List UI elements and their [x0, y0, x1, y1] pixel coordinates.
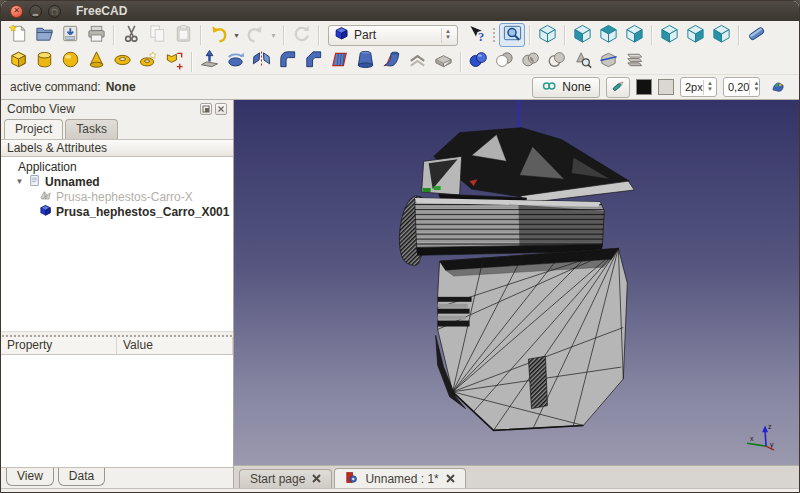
combo-view-title: Combo View: [7, 102, 75, 116]
titlebar[interactable]: ✕ ▂ ▢ FreeCAD: [1, 1, 799, 21]
refresh-icon: [291, 23, 312, 48]
revolve-button[interactable]: [222, 50, 248, 74]
redo-button[interactable]: [242, 23, 268, 47]
axis-x-label: x: [750, 435, 754, 442]
line-color-swatch[interactable]: [636, 79, 652, 95]
fillet-button[interactable]: [274, 50, 300, 74]
boolean-cut-button[interactable]: [491, 50, 517, 74]
maximize-button[interactable]: ▢: [48, 5, 61, 18]
redo-dropdown-icon[interactable]: ▾: [268, 23, 279, 47]
tree-item-label: Unnamed: [45, 175, 100, 189]
torus-button[interactable]: [109, 50, 135, 74]
workbench-selector-arrows[interactable]: ▲▼: [441, 28, 454, 43]
window-controls: ✕ ▂ ▢: [10, 5, 61, 18]
face-color-swatch[interactable]: [658, 79, 674, 95]
line-width-spinbox[interactable]: 2px ▲▼: [680, 77, 717, 97]
color-plot-icon: [770, 78, 786, 97]
cylinder-button[interactable]: [31, 50, 57, 74]
property-column-header[interactable]: Property: [1, 337, 117, 354]
toolbar-primary: ▾▾Part▲▼?: [1, 21, 799, 49]
view-axonometric-button[interactable]: [534, 23, 560, 47]
sweep-button[interactable]: [378, 50, 404, 74]
tab-tasks[interactable]: Tasks: [65, 119, 118, 139]
close-button[interactable]: ✕: [10, 5, 23, 18]
boolean-union-button[interactable]: [465, 50, 491, 74]
loft-button[interactable]: [352, 50, 378, 74]
panel-close-icon[interactable]: [215, 103, 227, 115]
tree-item[interactable]: Prusa-hephestos-Carro-X: [1, 189, 233, 204]
undo-dropdown-icon[interactable]: ▾: [231, 23, 242, 47]
3d-viewport[interactable]: z x y: [234, 100, 799, 465]
freecad-doc-icon: [345, 471, 358, 487]
part-workbench-icon: [334, 26, 349, 45]
toolbar-separator: [460, 52, 461, 72]
tree-item[interactable]: Application: [1, 159, 233, 174]
shape-builder-button[interactable]: [161, 50, 187, 74]
refresh-button[interactable]: [288, 23, 314, 47]
view-top-button[interactable]: [595, 23, 621, 47]
cut-button[interactable]: [118, 23, 144, 47]
view-front-button[interactable]: [569, 23, 595, 47]
cross-sections-icon: [624, 49, 645, 74]
tree-item[interactable]: Prusa_hephestos_Carro_X001: [1, 204, 233, 219]
ruled-surface-button[interactable]: [326, 50, 352, 74]
paste-button[interactable]: [170, 23, 196, 47]
panel-tab-view[interactable]: View: [6, 468, 54, 486]
thickness-button[interactable]: [430, 50, 456, 74]
minimize-button[interactable]: ▂: [29, 5, 42, 18]
new-document-button[interactable]: [5, 23, 31, 47]
tab-close-icon[interactable]: [312, 472, 321, 486]
create-primitives-button[interactable]: [135, 50, 161, 74]
print-button[interactable]: [83, 23, 109, 47]
panel-float-icon[interactable]: [200, 103, 212, 115]
whats-this-icon: ?: [466, 23, 487, 48]
point-size-arrows[interactable]: ▲▼: [749, 80, 760, 95]
box-button[interactable]: [5, 50, 31, 74]
fillet-icon: [277, 49, 298, 74]
boolean-common-button[interactable]: [517, 50, 543, 74]
document-tab[interactable]: Unnamed : 1*: [334, 468, 465, 488]
toolbar-separator: [529, 25, 530, 45]
offset-button[interactable]: [404, 50, 430, 74]
view-top-icon: [598, 23, 619, 48]
undo-button[interactable]: [205, 23, 231, 47]
workbench-selector[interactable]: Part▲▼: [328, 25, 458, 46]
cone-button[interactable]: [83, 50, 109, 74]
point-size-spinbox[interactable]: 0,20 ▲▼: [723, 77, 760, 97]
property-column-header[interactable]: Value: [117, 337, 233, 354]
fit-all-button[interactable]: [499, 23, 525, 47]
tab-project[interactable]: Project: [4, 119, 63, 139]
view-left-button[interactable]: [708, 23, 734, 47]
save-button[interactable]: [57, 23, 83, 47]
edge-pen-button[interactable]: [606, 77, 630, 98]
tab-close-icon[interactable]: [446, 472, 455, 486]
fit-all-icon: [502, 23, 523, 48]
property-table-body[interactable]: [1, 355, 233, 467]
cross-sections-button[interactable]: [621, 50, 647, 74]
chamfer-button[interactable]: [300, 50, 326, 74]
check-geometry-button[interactable]: [569, 50, 595, 74]
section-button[interactable]: [595, 50, 621, 74]
tree-expander[interactable]: ▼: [15, 177, 24, 186]
draw-style-none-button[interactable]: None: [532, 77, 600, 98]
tree-item[interactable]: ▼Unnamed: [1, 174, 233, 189]
color-plot-button[interactable]: [766, 77, 790, 98]
toolbar-handle[interactable]: [492, 27, 496, 43]
panel-tab-data[interactable]: Data: [58, 468, 105, 486]
extrude-button[interactable]: [196, 50, 222, 74]
mirror-button[interactable]: [248, 50, 274, 74]
copy-button[interactable]: [144, 23, 170, 47]
view-right-button[interactable]: [621, 23, 647, 47]
measure-button[interactable]: [743, 23, 769, 47]
main-area: Combo View ProjectTasks Labels & Attribu…: [1, 100, 799, 488]
sphere-button[interactable]: [57, 50, 83, 74]
open-folder-button[interactable]: [31, 23, 57, 47]
line-width-arrows[interactable]: ▲▼: [703, 80, 716, 95]
toolbar-separator: [191, 52, 192, 72]
toolbar-separator: [318, 25, 319, 45]
view-rear-button[interactable]: [656, 23, 682, 47]
whats-this-button[interactable]: ?: [463, 23, 489, 47]
view-bottom-button[interactable]: [682, 23, 708, 47]
boolean-button[interactable]: [543, 50, 569, 74]
document-tab[interactable]: Start page: [239, 469, 332, 488]
